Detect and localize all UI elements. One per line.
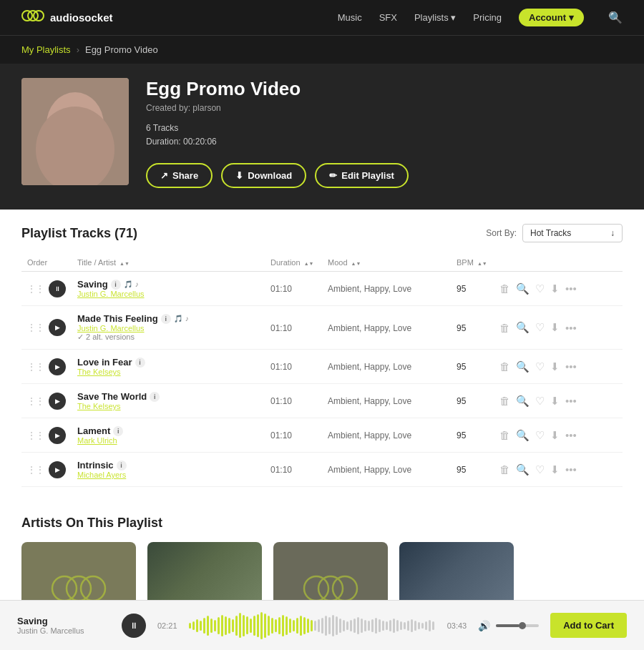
track-download-button[interactable]: ⬇ (550, 395, 560, 408)
track-play-button[interactable]: ⏸ (49, 280, 66, 297)
nav-playlists[interactable]: Playlists ▾ (414, 12, 456, 23)
playlist-info: Egg Promo Video Created by: plarson 6 Tr… (146, 78, 623, 188)
track-versions[interactable]: ✓ 2 alt. versions (77, 333, 259, 342)
track-search-button[interactable]: 🔍 (516, 360, 530, 373)
track-search-button[interactable]: 🔍 (516, 321, 530, 334)
info-icon[interactable]: i (111, 280, 121, 290)
waveform-bar (303, 617, 306, 634)
info-icon[interactable]: i (135, 358, 145, 368)
account-button[interactable]: Account ▾ (519, 9, 584, 26)
waveform-bar (389, 620, 391, 631)
share-button[interactable]: ↗ Share (146, 163, 213, 188)
waveform-bar (418, 622, 420, 629)
track-love-button[interactable]: ♡ (535, 360, 545, 373)
track-download-button[interactable]: ⬇ (550, 360, 560, 373)
track-delete-button[interactable]: 🗑 (499, 282, 510, 295)
duration-sort-arrows[interactable]: ▲▼ (304, 261, 314, 266)
track-play-button[interactable]: ▶ (49, 461, 66, 478)
info-icon[interactable]: i (150, 392, 160, 402)
track-more-button[interactable]: ••• (565, 463, 577, 476)
mood-sort-arrows[interactable]: ▲▼ (351, 261, 361, 266)
track-artist[interactable]: The Kelseys (77, 402, 259, 410)
breadcrumb-parent[interactable]: My Playlists (21, 44, 71, 55)
track-drag-handle[interactable]: ⋮⋮ ▶ (27, 461, 66, 478)
waveform-bar (332, 615, 334, 636)
track-love-button[interactable]: ♡ (535, 395, 545, 408)
track-mood-cell: Ambient, Happy, Love (322, 306, 451, 350)
player-pause-button[interactable]: ⏸ (122, 614, 146, 638)
waveform-bar (253, 616, 255, 636)
tracks-header: Playlist Tracks (71) Sort By: Hot Tracks… (21, 224, 623, 242)
waveform-bar (189, 623, 191, 629)
track-play-button[interactable]: ▶ (49, 393, 66, 410)
sort-select[interactable]: Hot Tracks ↓ (522, 224, 623, 242)
track-download-button[interactable]: ⬇ (550, 282, 560, 295)
track-love-button[interactable]: ♡ (535, 429, 545, 442)
waveform-bar (225, 616, 227, 635)
waveform-bar (207, 616, 209, 636)
track-love-button[interactable]: ♡ (535, 282, 545, 295)
track-actions-cell: 🗑 🔍 ♡ ⬇ ••• (494, 453, 623, 487)
track-delete-button[interactable]: 🗑 (499, 429, 510, 441)
waveform-container[interactable] (189, 611, 436, 640)
track-love-button[interactable]: ♡ (535, 463, 545, 476)
svg-point-5 (81, 576, 105, 601)
track-delete-button[interactable]: 🗑 (499, 360, 510, 373)
nav-sfx[interactable]: SFX (379, 12, 397, 23)
waveform-bar (311, 620, 313, 631)
track-drag-handle[interactable]: ⋮⋮ ⏸ (27, 280, 66, 297)
track-artist[interactable]: Justin G. Marcellus (77, 290, 259, 298)
track-download-button[interactable]: ⬇ (550, 321, 560, 334)
search-icon[interactable]: 🔍 (608, 11, 623, 24)
nav-pricing[interactable]: Pricing (473, 12, 502, 23)
track-more-button[interactable]: ••• (565, 395, 577, 407)
main-content: Playlist Tracks (71) Sort By: Hot Tracks… (0, 210, 644, 650)
track-download-button[interactable]: ⬇ (550, 463, 560, 476)
info-icon[interactable]: i (117, 461, 127, 471)
bpm-sort-arrows[interactable]: ▲▼ (477, 261, 487, 266)
track-more-button[interactable]: ••• (565, 429, 577, 441)
track-drag-handle[interactable]: ⋮⋮ ▶ (27, 319, 66, 336)
nav-music[interactable]: Music (338, 12, 362, 23)
track-bpm-cell: 95 (451, 272, 494, 306)
track-download-button[interactable]: ⬇ (550, 429, 560, 442)
track-search-button[interactable]: 🔍 (516, 282, 530, 295)
track-delete-button[interactable]: 🗑 (499, 395, 510, 407)
nav-links: Music SFX Playlists ▾ Pricing Account ▾ … (338, 9, 623, 26)
breadcrumb-current: Egg Promo Video (85, 44, 158, 55)
track-play-button[interactable]: ▶ (49, 319, 66, 336)
info-icon[interactable]: i (113, 426, 123, 436)
track-delete-button[interactable]: 🗑 (499, 322, 510, 334)
track-more-button[interactable]: ••• (565, 360, 577, 373)
track-drag-handle[interactable]: ⋮⋮ ▶ (27, 427, 66, 444)
drag-icon: ⋮⋮ (27, 362, 44, 372)
track-artist[interactable]: Justin G. Marcellus (77, 324, 259, 333)
track-drag-handle[interactable]: ⋮⋮ ▶ (27, 358, 66, 375)
track-order-cell: ⋮⋮ ▶ (21, 306, 72, 350)
info-icon[interactable]: i (161, 314, 171, 324)
track-more-button[interactable]: ••• (565, 322, 577, 334)
track-search-button[interactable]: 🔍 (516, 395, 530, 408)
track-order-cell: ⋮⋮ ▶ (21, 418, 72, 453)
track-search-button[interactable]: 🔍 (516, 463, 530, 476)
track-more-button[interactable]: ••• (565, 282, 577, 295)
track-artist[interactable]: The Kelseys (77, 368, 259, 376)
add-to-cart-button[interactable]: Add to Cart (550, 613, 627, 638)
track-drag-handle[interactable]: ⋮⋮ ▶ (27, 393, 66, 410)
track-artist[interactable]: Michael Ayers (77, 471, 259, 479)
volume-slider[interactable] (496, 624, 539, 627)
track-play-button[interactable]: ▶ (49, 358, 66, 375)
track-delete-button[interactable]: 🗑 (499, 463, 510, 476)
track-search-button[interactable]: 🔍 (516, 429, 530, 442)
track-love-button[interactable]: ♡ (535, 321, 545, 334)
svg-point-8 (333, 576, 357, 601)
track-title-cell: Lament i Mark Ulrich (72, 418, 265, 453)
edit-playlist-button[interactable]: ✏ Edit Playlist (315, 163, 409, 188)
track-artist[interactable]: Mark Ulrich (77, 436, 259, 445)
track-play-button[interactable]: ▶ (49, 427, 66, 444)
brand-logo[interactable]: audiosocket (21, 8, 113, 28)
download-button[interactable]: ⬇ Download (221, 163, 306, 188)
title-sort-arrows[interactable]: ▲▼ (119, 261, 130, 266)
waveform-bar (328, 617, 331, 634)
track-actions-cell: 🗑 🔍 ♡ ⬇ ••• (494, 418, 623, 453)
